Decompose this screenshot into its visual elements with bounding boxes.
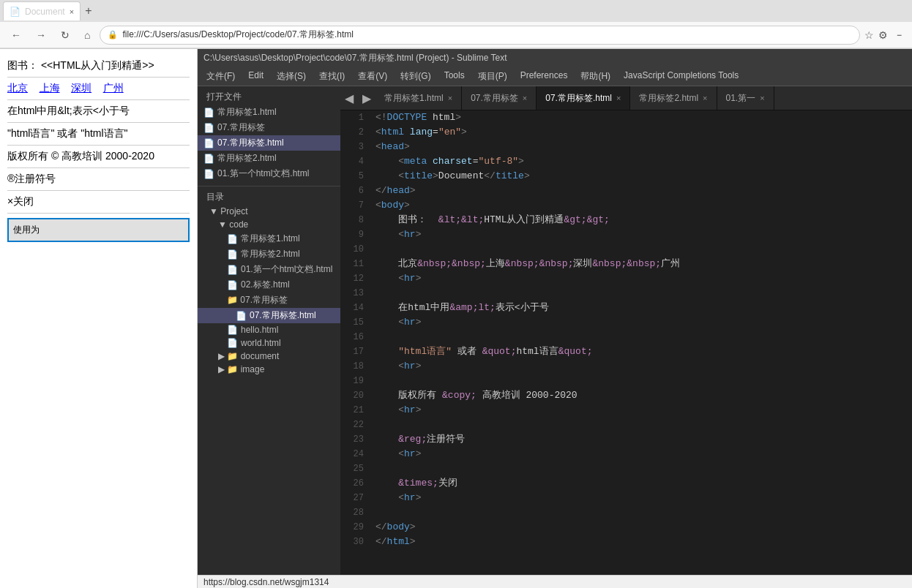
- code-line-17: "html语言" 或者 &quot;html语言&quot;: [375, 344, 906, 359]
- open-file-0[interactable]: 📄 常用标签1.html: [198, 105, 340, 120]
- menu-edit[interactable]: Edit: [242, 69, 269, 84]
- code-line-26: &times;关闭: [375, 476, 906, 491]
- line-num-27: 27: [346, 491, 364, 505]
- line-num-24: 24: [346, 447, 364, 461]
- menu-js-completions[interactable]: JavaScript Completions Tools: [618, 69, 744, 84]
- city-guangzhou: 广州: [103, 82, 124, 94]
- tree-file-1[interactable]: 📄 常用标签2.html: [198, 246, 340, 262]
- line-num-5: 5: [346, 169, 364, 184]
- menu-tools[interactable]: Tools: [438, 69, 471, 84]
- code-line-27: <hr>: [375, 491, 906, 505]
- editor-tab-1[interactable]: 07.常用标签 ×: [462, 86, 537, 110]
- tab-nav-left[interactable]: ◀: [340, 91, 358, 105]
- tree-file-icon-2: 📄: [227, 265, 238, 275]
- sublime-title-text: C:\Users\asus\Desktop\Project\code\07.常用…: [203, 52, 507, 64]
- tree-folder-07[interactable]: 📁 07.常用标签: [198, 293, 340, 308]
- menu-find[interactable]: 查找(I): [313, 69, 351, 84]
- forward-button[interactable]: →: [31, 27, 51, 43]
- tree-file-2[interactable]: 📄 01.第一个html文档.html: [198, 262, 340, 277]
- code-line-28: [375, 505, 906, 520]
- tree-file-3[interactable]: 📄 02.标签.html: [198, 277, 340, 293]
- tree-file-icon-1: 📄: [227, 249, 238, 260]
- code-line-3: <head>: [375, 140, 906, 154]
- editor-tab-close-4[interactable]: ×: [760, 94, 764, 102]
- tree-document[interactable]: ▶ 📁 document: [198, 350, 340, 363]
- settings-icon[interactable]: ⚙: [878, 29, 888, 41]
- line-num-29: 29: [346, 520, 364, 535]
- win-minimize-button[interactable]: −: [892, 29, 906, 42]
- file-icon-2: 📄: [203, 138, 214, 148]
- bottom-bar: https://blog.csdn.net/wsgjm1314: [198, 575, 912, 588]
- tree-file-icon-world: 📄: [227, 338, 238, 348]
- tree-file-07html[interactable]: 📄 07.常用标签.html: [198, 308, 340, 323]
- code-line-19: [375, 374, 906, 388]
- editor-tab-close-1[interactable]: ×: [523, 94, 527, 102]
- preview-line-7: ×关闭: [7, 195, 190, 208]
- preview-hr-7: [7, 213, 190, 214]
- preview-bottom-text: 使用为: [7, 218, 190, 242]
- code-editor: ◀ ▶ 常用标签1.html × 07.常用标签 × 07.常用标签.html …: [340, 86, 912, 575]
- city-shanghai: 上海: [40, 82, 60, 94]
- nav-bar: ← → ↻ ⌂ 🔒 file:///C:/Users/asus/Desktop/…: [0, 22, 912, 48]
- editor-tab-close-3[interactable]: ×: [703, 94, 707, 102]
- new-tab-button[interactable]: +: [82, 4, 94, 18]
- main-container: 图书： <<HTML从入门到精通>> 北京 上海 深圳 广州 在html中用&l…: [0, 49, 912, 588]
- code-line-10: [375, 242, 906, 257]
- tree-file-world[interactable]: 📄 world.html: [198, 336, 340, 350]
- menu-preferences[interactable]: Preferences: [515, 69, 574, 84]
- menu-project[interactable]: 项目(P): [472, 69, 513, 84]
- open-file-3[interactable]: 📄 常用标签2.html: [198, 151, 340, 166]
- line-num-11: 11: [346, 257, 364, 271]
- open-files-header: 打开文件: [198, 89, 340, 105]
- menu-goto[interactable]: 转到(G): [395, 69, 436, 84]
- nav-icons: ☆ ⚙: [864, 29, 888, 41]
- home-button[interactable]: ⌂: [79, 27, 95, 43]
- tab-nav-right[interactable]: ▶: [358, 91, 375, 105]
- tree-image[interactable]: ▶ 📁 image: [198, 363, 340, 376]
- line-num-8: 8: [346, 213, 364, 227]
- address-bar[interactable]: 🔒 file:///C:/Users/asus/Desktop/Project/…: [100, 26, 860, 45]
- preview-hr-3: [7, 122, 190, 123]
- tree-code[interactable]: ▼ code: [198, 218, 340, 231]
- editor-tab-close-0[interactable]: ×: [448, 94, 452, 102]
- open-file-1[interactable]: 📄 07.常用标签: [198, 120, 340, 135]
- code-line-29: </body>: [375, 520, 906, 535]
- line-num-30: 30: [346, 535, 364, 549]
- code-line-30: </html>: [375, 535, 906, 549]
- preview-hr-6: [7, 190, 190, 191]
- browser-tab-document[interactable]: 📄 Document ×: [3, 1, 81, 20]
- tree-file-0[interactable]: 📄 常用标签1.html: [198, 231, 340, 246]
- code-line-4: <meta charset="utf-8">: [375, 154, 906, 169]
- line-numbers: 1 2 3 4 5 6 7 8 9 10 11 12 13 14: [340, 110, 370, 575]
- editor-tab-4[interactable]: 01.第一 ×: [717, 86, 774, 110]
- line-num-21: 21: [346, 403, 364, 418]
- bookmark-icon[interactable]: ☆: [864, 29, 874, 41]
- line-num-19: 19: [346, 374, 364, 388]
- menu-select[interactable]: 选择(S): [271, 69, 312, 84]
- address-url: file:///C:/Users/asus/Desktop/Project/co…: [122, 29, 852, 41]
- refresh-button[interactable]: ↻: [56, 27, 75, 43]
- editor-tab-3[interactable]: 常用标签2.html ×: [630, 86, 717, 110]
- line-num-6: 6: [346, 184, 364, 198]
- preview-line-4: "html语言" 或者 "html语言": [7, 127, 190, 140]
- preview-line-5: 版权所有 © 高教培训 2000-2020: [7, 150, 190, 163]
- editor-tab-0[interactable]: 常用标签1.html ×: [375, 86, 462, 110]
- editor-tab-2[interactable]: 07.常用标签.html ×: [537, 86, 630, 110]
- city-beijing: 北京: [7, 82, 28, 94]
- menu-file[interactable]: 文件(F): [201, 69, 241, 84]
- browser-tab-close[interactable]: ×: [70, 7, 74, 16]
- preview-line-cities: 北京 上海 深圳 广州: [7, 82, 190, 95]
- menu-help[interactable]: 帮助(H): [575, 69, 616, 84]
- line-num-25: 25: [346, 461, 364, 476]
- code-content: 1 2 3 4 5 6 7 8 9 10 11 12 13 14: [340, 110, 912, 575]
- open-file-2[interactable]: 📄 07.常用标签.html: [198, 135, 340, 151]
- back-button[interactable]: ←: [6, 27, 26, 43]
- editor-tab-close-2[interactable]: ×: [616, 94, 621, 102]
- menu-view[interactable]: 查看(V): [352, 69, 393, 84]
- open-file-4[interactable]: 📄 01.第一个html文档.html: [198, 166, 340, 181]
- code-line-15: <hr>: [375, 315, 906, 330]
- tree-file-hello[interactable]: 📄 hello.html: [198, 323, 340, 336]
- tree-project[interactable]: ▼ Project: [198, 205, 340, 218]
- line-num-1: 1: [346, 110, 364, 125]
- code-line-25: [375, 461, 906, 476]
